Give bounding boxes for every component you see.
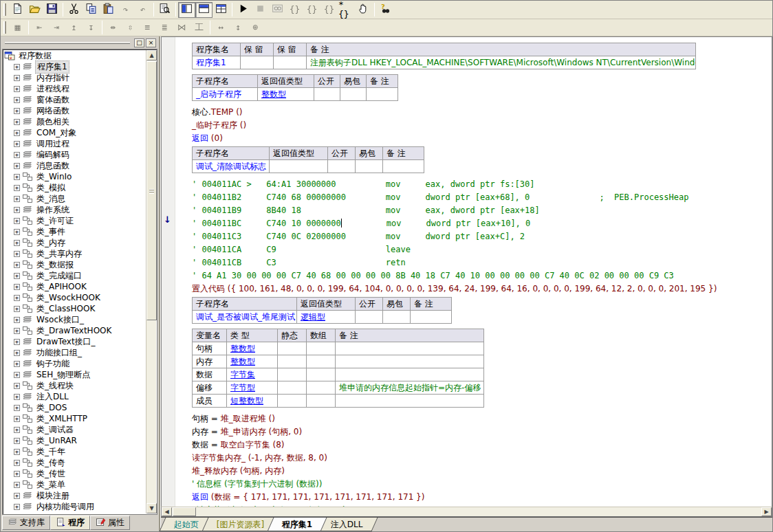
find-button[interactable] [156,2,173,18]
sidebar-tab-支持库[interactable]: 支持库 [2,516,50,530]
tree-item-进程线程[interactable]: +进程线程 [4,83,146,94]
expand-toggle-icon[interactable]: + [14,317,20,323]
expand-toggle-icon[interactable]: + [14,438,20,444]
tree-item-类_WsockHOOK[interactable]: +类_WsockHOOK [4,292,146,303]
expand-toggle-icon[interactable]: + [14,262,20,268]
code-line[interactable]: ' 004011B2 C740 68 00000000 mov dword pt… [192,191,769,204]
table-cell[interactable] [336,355,484,368]
scroll-up-button[interactable]: ▲ [146,50,157,60]
expand-toggle-icon[interactable]: + [14,229,20,235]
pause-hand-button[interactable] [355,2,372,18]
table-cell[interactable] [411,311,452,324]
table-cell[interactable] [336,342,484,355]
code-line[interactable]: 内存 = 堆_申请内存 (句柄, 0) [192,425,769,439]
expand-toggle-icon[interactable]: + [14,240,20,246]
table-cell[interactable] [278,342,307,355]
expand-toggle-icon[interactable]: + [14,141,20,147]
tree-item-类_完成端口[interactable]: +类_完成端口 [4,270,146,281]
panel-restore-button[interactable]: □ [134,38,144,47]
cut-button[interactable] [65,2,83,18]
panel-close-button[interactable]: × [146,38,156,47]
expand-toggle-icon[interactable]: + [14,295,20,301]
sidebar-tab-属性[interactable]: 属性 [90,516,130,530]
expand-toggle-icon[interactable]: + [14,86,20,92]
code-line[interactable]: ' 004011CA C9 leave [192,243,769,256]
table-cell[interactable] [336,368,484,381]
tree-item-类_许可证[interactable]: +类_许可证 [4,215,146,226]
table-cell[interactable]: 整数型 [227,342,278,355]
expand-toggle-icon[interactable]: + [14,185,20,191]
expand-toggle-icon[interactable]: + [14,152,20,158]
expand-toggle-icon[interactable]: + [14,361,20,367]
tree-item-钩子功能[interactable]: +钩子功能 [4,358,146,369]
tree-item-类_事件[interactable]: +类_事件 [4,226,146,237]
sidebar-tab-程序[interactable]: 程序 [50,516,90,530]
table-cell[interactable] [270,160,328,173]
table-cell[interactable] [278,355,307,368]
scroll-down-button[interactable]: ▼ [146,503,157,513]
expand-toggle-icon[interactable]: + [14,75,20,81]
table-cell[interactable]: 字节集 [227,368,278,381]
run-to-cursor-button[interactable]: *{} [338,2,355,18]
tree-item-程序集1[interactable]: +程序集1 [4,61,146,72]
table-cell[interactable]: 偏移 [193,381,227,395]
tree-item-类_内存[interactable]: +类_内存 [4,237,146,248]
tree-item-类_UnRAR[interactable]: +类_UnRAR [4,435,146,446]
help-find-button[interactable]: ? [377,2,394,18]
table-cell[interactable] [278,381,307,395]
code-line[interactable]: 返回 (数据 = { 171, 171, 171, 171, 171, 171,… [192,491,769,504]
table-cell[interactable] [278,368,307,381]
table-cell[interactable]: 数据 [193,368,227,381]
table-cell[interactable]: 程序集1 [193,56,241,69]
layout-left-button[interactable] [178,2,195,18]
table-cell[interactable] [241,56,274,69]
table-cell[interactable] [336,395,484,408]
scroll-thumb[interactable] [146,61,157,320]
expand-toggle-icon[interactable]: + [14,493,20,499]
table-cell[interactable]: 内存 [193,355,227,368]
table-cell[interactable]: 注册表钩子DLL HKEY_LOCAL_MACHINE\SOFTWARE\Mic… [307,56,696,69]
tree-item-类_线程块[interactable]: +类_线程块 [4,380,146,391]
expand-toggle-icon[interactable]: + [14,64,20,70]
table-cell[interactable] [383,160,424,173]
table-cell[interactable]: 字节型 [227,381,278,395]
copy-button[interactable] [83,2,100,18]
tree-scrollbar[interactable]: ▲ ▼ [146,50,156,513]
tree-item-调用过程[interactable]: +调用过程 [4,138,146,149]
layout-top-button[interactable] [195,2,213,18]
panel-drag-handle[interactable] [5,42,130,44]
tree-item-注入DLL[interactable]: +注入DLL [4,391,146,402]
tree-item-类_WinIo[interactable]: +类_WinIo [4,171,146,182]
tree-item-类_调试器[interactable]: +类_调试器 [4,424,146,435]
tree-item-COM_对象[interactable]: +COM_对象 [4,127,146,138]
table-cell[interactable] [278,395,307,408]
table-cell[interactable]: 成员 [193,395,227,408]
editor-hscrollbar[interactable]: ◀ ▶ [161,507,772,517]
layout-grid-button[interactable] [213,2,230,18]
table-cell[interactable]: 整数型 [258,88,314,101]
tree-item-颜色相关[interactable]: +颜色相关 [4,116,146,127]
tree-item-类_DOS[interactable]: +类_DOS [4,402,146,413]
table-cell[interactable] [307,381,336,395]
tree-item-类_共享内存[interactable]: +类_共享内存 [4,248,146,259]
tree-item-类_数据报[interactable]: +类_数据报 [4,259,146,270]
expand-toggle-icon[interactable]: + [14,174,20,180]
table-cell[interactable]: 调试_清除调试标志 [193,160,270,173]
table-cell[interactable] [314,88,340,101]
tree-item-类_模拟[interactable]: +类_模拟 [4,182,146,193]
table-cell[interactable] [340,88,367,101]
table-cell[interactable] [367,88,398,101]
code-line[interactable]: 置入代码 ({ 100, 161, 48, 0, 0, 0, 199, 64, … [192,282,769,296]
tree-item-网络函数[interactable]: +网络函数 [4,105,146,116]
tree-item-类_千年[interactable]: +类_千年 [4,446,146,457]
code-line[interactable]: ' 64 A1 30 00 00 00 C7 40 68 00 00 00 00… [192,269,769,282]
code-line[interactable]: ' 004011AC > 64:A1 30000000 mov eax, dwo… [192,178,769,191]
table-cell[interactable] [383,311,411,324]
tree-item-功能接口组_[interactable]: +功能接口组_ [4,347,146,358]
tree-item-模块注册[interactable]: +模块注册 [4,490,146,501]
expand-toggle-icon[interactable]: + [14,416,20,422]
expand-toggle-icon[interactable]: + [14,163,20,169]
tree-item-类_传奇[interactable]: +类_传奇 [4,457,146,468]
tree-item-消息函数[interactable]: +消息函数 [4,160,146,171]
expand-toggle-icon[interactable]: + [14,108,20,114]
